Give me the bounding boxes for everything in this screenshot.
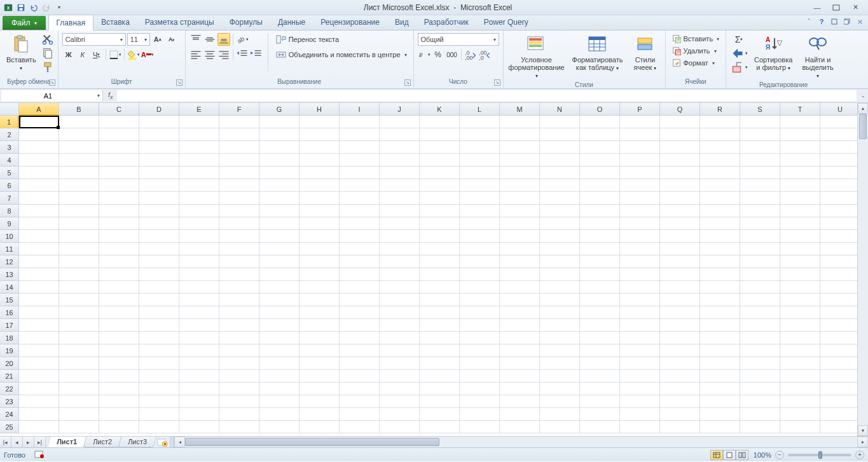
- save-icon[interactable]: [15, 2, 27, 13]
- cell-T7[interactable]: [780, 192, 820, 205]
- accounting-format-icon[interactable]: ₽▾: [418, 48, 431, 61]
- cell-M22[interactable]: [500, 383, 540, 395]
- cell-P11[interactable]: [620, 243, 660, 255]
- file-tab[interactable]: Файл▾: [3, 16, 46, 30]
- cell-P18[interactable]: [620, 332, 660, 344]
- cell-G20[interactable]: [259, 357, 300, 370]
- cell-S21[interactable]: [740, 370, 780, 383]
- cell-R5[interactable]: [700, 166, 740, 179]
- col-header-T[interactable]: T: [780, 103, 820, 116]
- cell-C23[interactable]: [99, 395, 139, 408]
- cell-D22[interactable]: [139, 383, 179, 395]
- view-page-layout-icon[interactable]: [723, 450, 736, 460]
- cell-E19[interactable]: [179, 344, 219, 357]
- cell-H11[interactable]: [300, 243, 340, 255]
- cell-F8[interactable]: [219, 205, 259, 217]
- cell-H4[interactable]: [300, 154, 340, 166]
- cell-I4[interactable]: [340, 154, 380, 166]
- cell-D5[interactable]: [139, 166, 179, 179]
- cell-D13[interactable]: [139, 268, 179, 281]
- cell-U5[interactable]: [820, 166, 860, 179]
- cell-E7[interactable]: [179, 192, 219, 205]
- row-header-18[interactable]: 18: [0, 332, 19, 344]
- cell-C14[interactable]: [99, 281, 139, 294]
- cell-F17[interactable]: [219, 319, 259, 332]
- cell-F22[interactable]: [219, 383, 259, 395]
- restore-window-icon[interactable]: [830, 17, 839, 26]
- cell-I1[interactable]: [340, 116, 380, 128]
- cell-O13[interactable]: [580, 268, 620, 281]
- cell-T19[interactable]: [780, 344, 820, 357]
- cell-B8[interactable]: [59, 205, 99, 217]
- cell-G25[interactable]: [259, 421, 300, 433]
- cell-Q10[interactable]: [660, 230, 700, 243]
- cell-S10[interactable]: [740, 230, 780, 243]
- cell-I22[interactable]: [340, 383, 380, 395]
- cell-N13[interactable]: [540, 268, 580, 281]
- cut-icon[interactable]: [41, 33, 54, 46]
- cell-P17[interactable]: [620, 319, 660, 332]
- cell-G14[interactable]: [259, 281, 300, 294]
- cell-S9[interactable]: [740, 217, 780, 230]
- row-header-23[interactable]: 23: [0, 395, 19, 408]
- close-workbook-icon[interactable]: ⤬: [855, 17, 864, 26]
- cell-H10[interactable]: [300, 230, 340, 243]
- cell-C21[interactable]: [99, 370, 139, 383]
- cell-D4[interactable]: [139, 154, 179, 166]
- cell-Q23[interactable]: [660, 395, 700, 408]
- cell-L9[interactable]: [460, 217, 500, 230]
- col-header-M[interactable]: M: [500, 103, 540, 116]
- cell-P22[interactable]: [620, 383, 660, 395]
- cell-K21[interactable]: [420, 370, 460, 383]
- cell-E15[interactable]: [179, 294, 219, 306]
- cell-J7[interactable]: [380, 192, 420, 205]
- cell-E13[interactable]: [179, 268, 219, 281]
- col-header-P[interactable]: P: [620, 103, 660, 116]
- hscroll-thumb[interactable]: [185, 438, 439, 446]
- cell-J19[interactable]: [380, 344, 420, 357]
- ribbon-tab-7[interactable]: Разработчик: [417, 15, 476, 30]
- cell-N22[interactable]: [540, 383, 580, 395]
- col-header-I[interactable]: I: [340, 103, 380, 116]
- cell-L22[interactable]: [460, 383, 500, 395]
- cell-Q22[interactable]: [660, 383, 700, 395]
- cell-J16[interactable]: [380, 306, 420, 319]
- cell-M15[interactable]: [500, 294, 540, 306]
- cell-Q6[interactable]: [660, 179, 700, 192]
- cell-K13[interactable]: [420, 268, 460, 281]
- cell-K15[interactable]: [420, 294, 460, 306]
- cell-B6[interactable]: [59, 179, 99, 192]
- sheet-nav-first-icon[interactable]: |◂: [0, 437, 11, 447]
- cell-H8[interactable]: [300, 205, 340, 217]
- col-header-R[interactable]: R: [700, 103, 740, 116]
- cell-N14[interactable]: [540, 281, 580, 294]
- cell-S3[interactable]: [740, 141, 780, 154]
- cell-K11[interactable]: [420, 243, 460, 255]
- cell-K12[interactable]: [420, 255, 460, 268]
- cell-L5[interactable]: [460, 166, 500, 179]
- cell-S24[interactable]: [740, 408, 780, 421]
- cell-J5[interactable]: [380, 166, 420, 179]
- cell-H14[interactable]: [300, 281, 340, 294]
- cell-H19[interactable]: [300, 344, 340, 357]
- cell-R4[interactable]: [700, 154, 740, 166]
- col-header-H[interactable]: H: [300, 103, 340, 116]
- cell-M17[interactable]: [500, 319, 540, 332]
- cell-E12[interactable]: [179, 255, 219, 268]
- cell-H2[interactable]: [300, 128, 340, 141]
- zoom-knob[interactable]: [818, 451, 822, 459]
- col-header-A[interactable]: A: [19, 103, 59, 116]
- cell-U21[interactable]: [820, 370, 860, 383]
- row-header-21[interactable]: 21: [0, 370, 19, 383]
- cell-B12[interactable]: [59, 255, 99, 268]
- cell-P24[interactable]: [620, 408, 660, 421]
- cell-O18[interactable]: [580, 332, 620, 344]
- cell-P6[interactable]: [620, 179, 660, 192]
- cell-P20[interactable]: [620, 357, 660, 370]
- cell-F9[interactable]: [219, 217, 259, 230]
- cell-D7[interactable]: [139, 192, 179, 205]
- cell-C4[interactable]: [99, 154, 139, 166]
- cell-I15[interactable]: [340, 294, 380, 306]
- cell-T3[interactable]: [780, 141, 820, 154]
- cell-M8[interactable]: [500, 205, 540, 217]
